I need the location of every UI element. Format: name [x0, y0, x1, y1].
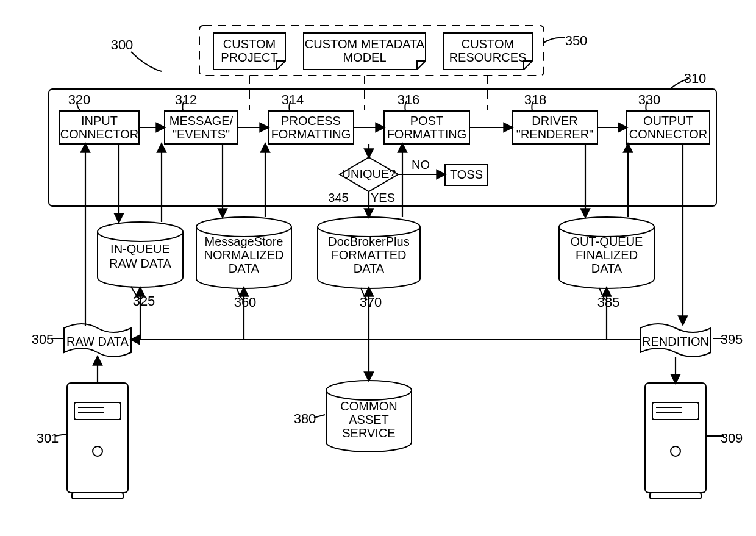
svg-rect-47	[67, 383, 128, 493]
svg-rect-54	[652, 402, 699, 420]
cyl-common-asset: COMMON ASSET SERVICE	[326, 381, 412, 452]
svg-text:TOSS: TOSS	[450, 168, 483, 181]
ref-300: 300	[111, 37, 134, 52]
ref-305: 305	[32, 332, 54, 347]
ref-330: 330	[638, 92, 661, 107]
ref-320: 320	[68, 92, 91, 107]
svg-text:NORMALIZED: NORMALIZED	[204, 248, 284, 262]
svg-text:CONNECTOR: CONNECTOR	[60, 127, 139, 141]
svg-text:DATA: DATA	[354, 262, 385, 275]
svg-text:FORMATTING: FORMATTING	[271, 127, 351, 141]
svg-point-29	[196, 217, 291, 237]
box-driver-renderer: DRIVER "RENDERER"	[512, 111, 597, 144]
svg-text:UNIQUE?: UNIQUE?	[342, 167, 396, 180]
ref-360: 360	[234, 295, 257, 310]
svg-rect-58	[650, 493, 701, 499]
svg-text:MESSAGE/: MESSAGE/	[169, 114, 234, 127]
svg-text:RAW DATA: RAW DATA	[109, 257, 172, 270]
svg-text:CONNECTOR: CONNECTOR	[629, 127, 708, 141]
svg-point-43	[326, 381, 412, 400]
svg-text:DATA: DATA	[591, 262, 622, 275]
ref-350: 350	[565, 33, 588, 48]
svg-point-37	[559, 217, 654, 237]
svg-point-26	[98, 222, 183, 241]
svg-text:CUSTOM: CUSTOM	[462, 37, 514, 51]
box-input-connector: INPUT CONNECTOR	[60, 111, 139, 144]
doc-custom-metadata: CUSTOM METADATA MODEL	[304, 33, 426, 70]
svg-text:MessageStore: MessageStore	[205, 235, 284, 248]
svg-text:IN-QUEUE: IN-QUEUE	[110, 242, 170, 255]
ref-385: 385	[597, 295, 620, 310]
svg-rect-53	[645, 383, 706, 493]
ref-395: 395	[721, 332, 743, 347]
svg-text:FORMATTING: FORMATTING	[387, 127, 467, 141]
svg-text:RAW DATA: RAW DATA	[66, 335, 129, 348]
svg-point-33	[318, 217, 420, 237]
svg-text:RESOURCES: RESOURCES	[449, 51, 527, 64]
server-left	[67, 383, 128, 499]
svg-text:SERVICE: SERVICE	[342, 426, 395, 440]
svg-point-51	[93, 446, 102, 456]
server-right	[645, 383, 706, 499]
ref-310: 310	[684, 71, 707, 86]
svg-text:"RENDERER": "RENDERER"	[516, 127, 593, 141]
ref-380: 380	[294, 411, 316, 426]
cyl-message-store: MessageStore NORMALIZED DATA	[196, 217, 291, 288]
doc-rendition: RENDITION	[640, 324, 711, 357]
ref-345: 345	[328, 191, 348, 204]
ref-318: 318	[524, 92, 547, 107]
svg-text:DRIVER: DRIVER	[532, 114, 578, 127]
svg-text:OUTPUT: OUTPUT	[643, 114, 693, 127]
doc-custom-project: CUSTOM PROJECT	[213, 33, 285, 70]
box-output-connector: OUTPUT CONNECTOR	[627, 111, 710, 144]
label-yes: YES	[371, 191, 395, 204]
svg-text:FORMATTED: FORMATTED	[332, 248, 407, 262]
svg-rect-48	[74, 402, 121, 420]
svg-rect-52	[72, 493, 123, 499]
svg-text:POST: POST	[410, 114, 443, 127]
decision-unique: UNIQUE?	[340, 157, 398, 191]
svg-text:MODEL: MODEL	[343, 51, 386, 64]
cyl-out-queue: OUT-QUEUE FINALIZED DATA	[559, 217, 654, 288]
ref-370: 370	[360, 295, 382, 310]
diagram-canvas: 300 350 CUSTOM PROJECT CUSTOM METADATA M…	[0, 0, 756, 536]
svg-text:CUSTOM: CUSTOM	[223, 37, 276, 51]
box-process-formatting: PROCESS FORMATTING	[268, 111, 354, 144]
svg-text:"EVENTS": "EVENTS"	[173, 127, 230, 141]
svg-text:INPUT: INPUT	[81, 114, 118, 127]
svg-text:COMMON: COMMON	[340, 399, 397, 413]
ref-314: 314	[282, 92, 304, 107]
ref-312: 312	[175, 92, 198, 107]
svg-text:CUSTOM METADATA: CUSTOM METADATA	[305, 37, 425, 51]
box-post-formatting: POST FORMATTING	[384, 111, 469, 144]
pipeline-container	[49, 89, 716, 206]
label-no: NO	[412, 158, 430, 171]
doc-raw-data: RAW DATA	[64, 324, 131, 357]
svg-text:PROCESS: PROCESS	[281, 114, 341, 127]
ref-301: 301	[37, 431, 59, 446]
cyl-docbroker: DocBrokerPlus FORMATTED DATA	[318, 217, 420, 288]
svg-text:ASSET: ASSET	[349, 413, 389, 426]
ref-309: 309	[721, 431, 743, 446]
box-message-events: MESSAGE/ "EVENTS"	[165, 111, 238, 144]
svg-text:DocBrokerPlus: DocBrokerPlus	[328, 235, 409, 248]
svg-text:FINALIZED: FINALIZED	[576, 248, 638, 262]
cyl-in-queue: IN-QUEUE RAW DATA	[98, 222, 183, 287]
svg-text:RENDITION: RENDITION	[642, 335, 709, 348]
ref-316: 316	[398, 92, 420, 107]
doc-custom-resources: CUSTOM RESOURCES	[444, 33, 532, 70]
svg-text:DATA: DATA	[229, 262, 260, 275]
svg-text:OUT-QUEUE: OUT-QUEUE	[571, 235, 643, 248]
svg-point-57	[671, 446, 680, 456]
svg-text:PROJECT: PROJECT	[221, 51, 277, 64]
